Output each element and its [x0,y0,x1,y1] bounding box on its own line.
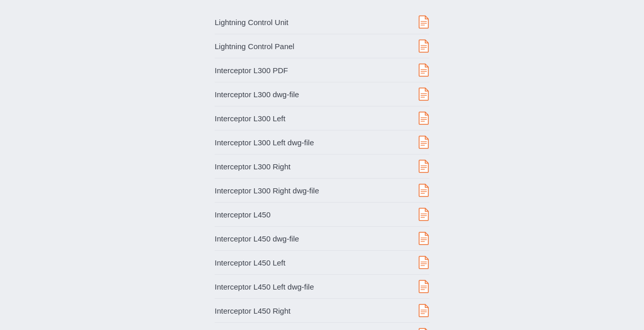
list-item[interactable]: Interceptor L450 Right dwg-file [215,323,429,330]
list-item[interactable]: Lightning Control Unit [215,10,429,34]
list-item[interactable]: Interceptor L300 dwg-file [215,82,429,106]
file-icon [418,87,429,101]
list-item[interactable]: Interceptor L300 Left [215,106,429,130]
item-label: Interceptor L450 [215,210,270,219]
file-icon [418,184,429,197]
list-item[interactable]: Interceptor L300 Right dwg-file [215,179,429,203]
file-icon [418,304,429,317]
file-icon [418,39,429,53]
item-label: Interceptor L450 dwg-file [215,234,299,243]
list-item[interactable]: Interceptor L450 Right [215,299,429,323]
file-icon [418,328,429,330]
item-label: Interceptor L300 PDF [215,66,288,75]
file-icon [418,136,429,149]
list-item[interactable]: Interceptor L450 [215,203,429,227]
item-label: Interceptor L450 Left [215,258,285,267]
item-label: Lightning Control Panel [215,42,294,51]
item-label: Lightning Control Unit [215,18,288,27]
list-item[interactable]: Interceptor L450 dwg-file [215,227,429,251]
file-icon [418,232,429,245]
file-icon [418,208,429,221]
item-label: Interceptor L300 Left [215,114,285,123]
list-item[interactable]: Interceptor L450 Left dwg-file [215,275,429,299]
file-icon [418,160,429,173]
item-label: Interceptor L300 Right dwg-file [215,186,319,195]
list-item[interactable]: Interceptor L450 Left [215,251,429,275]
item-label: Interceptor L300 Right [215,162,290,171]
document-list: Lightning Control UnitLightning Control … [215,10,429,330]
file-icon [418,280,429,293]
file-icon [418,63,429,77]
item-label: Interceptor L300 dwg-file [215,90,299,99]
file-icon [418,15,429,29]
file-icon [418,256,429,269]
item-label: Interceptor L450 Left dwg-file [215,282,314,291]
list-item[interactable]: Interceptor L300 Left dwg-file [215,130,429,155]
list-item[interactable]: Lightning Control Panel [215,34,429,58]
list-item[interactable]: Interceptor L300 PDF [215,58,429,82]
file-icon [418,112,429,125]
item-label: Interceptor L450 Right [215,306,290,315]
list-item[interactable]: Interceptor L300 Right [215,155,429,179]
item-label: Interceptor L300 Left dwg-file [215,138,314,147]
